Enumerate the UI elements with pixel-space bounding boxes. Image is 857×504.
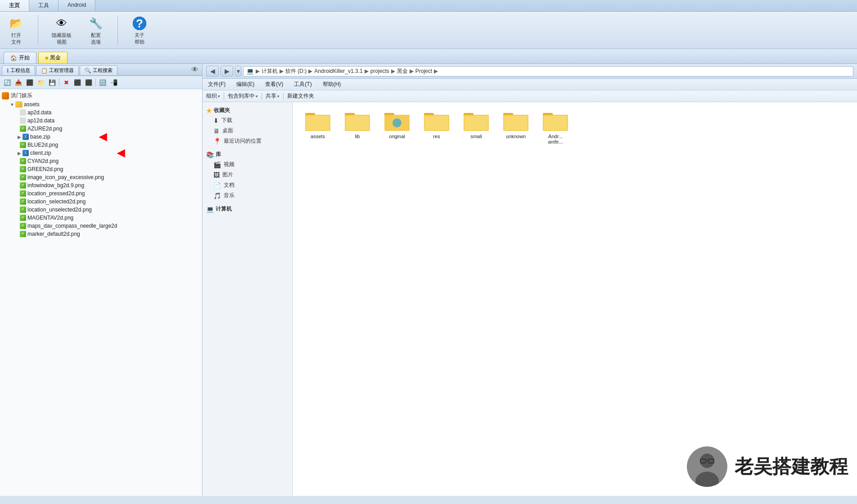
tree-item-green2d[interactable]: P GREEN2d.png	[0, 165, 202, 173]
view1-btn[interactable]: ⬛	[72, 77, 83, 87]
tree-item-base-zip[interactable]: ▶ Z base.zip ◀	[0, 133, 202, 141]
about-label: 关于	[135, 32, 144, 38]
tree-label-blue2d: BLUE2d.png	[27, 142, 58, 148]
action-organize[interactable]: 组织 ▾	[206, 92, 220, 100]
sidebar-desktop[interactable]: 🖥 桌面	[204, 126, 290, 136]
panel-toolbar-sep-2	[95, 78, 96, 86]
new-folder-label: 新建文件夹	[287, 92, 314, 100]
hide-panel-button[interactable]: 👁 隐藏面板 视图	[47, 14, 76, 47]
action-new-folder[interactable]: 新建文件夹	[287, 92, 314, 100]
tree-item-location-selected[interactable]: P location_selected2d.png	[0, 198, 202, 206]
tree-item-image-icon[interactable]: P image_icon_pay_excessive.png	[0, 173, 202, 181]
folder-item-assets[interactable]: assets	[300, 109, 336, 146]
folder-item-android-manifest[interactable]: Andr...anife...	[537, 109, 573, 146]
project-info-label: 工程信息	[10, 67, 30, 74]
menu-edit[interactable]: 编辑(E)	[235, 80, 256, 89]
app-tab-heijin[interactable]: ■ 黑金	[38, 52, 68, 63]
tree-label-clientzip: client.zip	[30, 150, 51, 156]
panel-tab-project-search[interactable]: 🔍 工程搜索	[80, 65, 117, 75]
arrow-basezip: ◀	[99, 131, 107, 143]
folder-item-lib[interactable]: lib	[339, 109, 375, 146]
address-path[interactable]: 💻 ▶ 计算机 ▶ 软件 (D:) ▶ AndroidKiller_v1.3.1…	[243, 66, 853, 76]
folder-item-smali[interactable]: smali	[458, 109, 494, 146]
sidebar-picture[interactable]: 🖼 图片	[204, 170, 290, 180]
sidebar-document[interactable]: 📄 文档	[204, 180, 290, 190]
sidebar-recent[interactable]: 📍 最近访问的位置	[204, 136, 290, 146]
path-project: Project	[415, 68, 432, 74]
tree-area[interactable]: 洪门娱乐 ▼ assets ap2d.data ap12d.data P AZU…	[0, 89, 202, 496]
menu-file[interactable]: 文件(F)	[206, 80, 227, 89]
music-icon: 🎵	[213, 192, 221, 199]
save-btn[interactable]: 💾	[47, 77, 58, 87]
delete-btn[interactable]: ✖	[61, 77, 72, 87]
svg-rect-28	[544, 116, 567, 130]
include-library-arrow: ▾	[256, 94, 258, 99]
folder-item-unknown[interactable]: unknown	[498, 109, 534, 146]
tree-item-maps-dav[interactable]: P maps_dav_compass_needle_large2d	[0, 222, 202, 230]
address-icon: 💻	[246, 68, 254, 75]
home-tab-icon: 🏠	[10, 55, 17, 61]
sidebar-download[interactable]: ⬇ 下载	[204, 115, 290, 126]
action-share[interactable]: 共享 ▾	[266, 92, 280, 100]
tree-item-location-pressed[interactable]: P location_pressed2d.png	[0, 189, 202, 198]
document-label: 文档	[224, 181, 235, 189]
tree-root[interactable]: 洪门娱乐	[0, 91, 202, 100]
toolbar-tab-android[interactable]: Android	[59, 0, 95, 11]
about-button[interactable]: ? 关于 帮助	[127, 14, 152, 47]
config-button[interactable]: 🔧 配置 选项	[83, 14, 108, 47]
toggle-assets[interactable]: ▼	[9, 102, 15, 107]
menu-view[interactable]: 查看(V)	[263, 80, 285, 89]
explorer-toolbar: 组织 ▾ 包含到库中 ▾ 共享 ▾ 新建文件夹	[203, 90, 857, 102]
toggle-clientzip[interactable]: ▶	[16, 151, 23, 156]
panel-tab-project-info[interactable]: ℹ 工程信息	[2, 65, 35, 75]
tree-item-client-zip[interactable]: ▶ Z client.zip ◀	[0, 149, 202, 157]
config-label: 配置	[91, 32, 101, 38]
folder-btn[interactable]: 📁	[36, 77, 46, 87]
config-icon: 🔧	[88, 15, 104, 32]
toolbar-sep-2	[117, 15, 118, 45]
tree-item-ap2d[interactable]: ap2d.data	[0, 108, 202, 117]
sidebar-video[interactable]: 🎬 视频	[204, 159, 290, 170]
visibility-toggle[interactable]: 👁	[191, 66, 198, 74]
tree-item-cyan2d[interactable]: P CYAN2d.png	[0, 157, 202, 165]
toggle-basezip[interactable]: ▶	[16, 135, 23, 140]
library-icon: 📚	[206, 151, 214, 158]
sidebar-music[interactable]: 🎵 音乐	[204, 190, 290, 201]
panel-header: ℹ 工程信息 📋 工程管理器 🔍 工程搜索 👁	[0, 64, 202, 76]
app-tab-home[interactable]: 🏠 开始	[4, 52, 36, 63]
open-button[interactable]: 📂 打开 文件	[4, 14, 29, 47]
text-btn[interactable]: 🔠	[97, 77, 108, 87]
toolbar-tab-homepage[interactable]: 主页	[0, 0, 29, 11]
sidebar-favorites: ★ 收藏夹 ⬇ 下载 🖥 桌面 📍 最近访问的位置	[204, 106, 290, 146]
nav-back-button[interactable]: ◀	[206, 66, 219, 76]
tree-item-location-unselected[interactable]: P location_unselected2d.png	[0, 206, 202, 214]
refresh-btn[interactable]: 🔄	[2, 77, 13, 87]
library-header[interactable]: 📚 库	[204, 150, 290, 159]
folder-item-original[interactable]: original	[379, 109, 415, 146]
explorer-addressbar: ◀ ▶ ▾ 💻 ▶ 计算机 ▶ 软件 (D:) ▶ AndroidKiller_…	[203, 64, 857, 79]
import-btn[interactable]: 📥	[13, 77, 24, 87]
organize-label: 组织	[206, 92, 217, 100]
nav-dropdown-button[interactable]: ▾	[235, 66, 241, 76]
favorites-header[interactable]: ★ 收藏夹	[204, 106, 290, 115]
computer-header[interactable]: 💻 计算机	[204, 204, 290, 214]
menu-tools[interactable]: 工具(T)	[292, 80, 313, 89]
path-sep-3: ▶	[308, 68, 312, 74]
sidebar-library: 📚 库 🎬 视频 🖼 图片 📄 文档	[204, 150, 290, 201]
folder-item-res[interactable]: res	[419, 109, 455, 146]
tree-item-marker-default[interactable]: P marker_default2d.png	[0, 230, 202, 238]
panel-tab-project-manager[interactable]: 📋 工程管理器	[36, 65, 79, 75]
menu-help[interactable]: 帮助(H)	[321, 80, 343, 89]
action-include-library[interactable]: 包含到库中 ▾	[228, 92, 258, 100]
view2-btn[interactable]: ⬛	[83, 77, 94, 87]
tree-item-magenta[interactable]: P MAGENTAV2d.png	[0, 214, 202, 222]
tree-item-assets[interactable]: ▼ assets	[0, 100, 202, 108]
device-btn[interactable]: 📲	[108, 77, 119, 87]
tree-item-ap12d[interactable]: ap12d.data	[0, 117, 202, 125]
nav-forward-button[interactable]: ▶	[221, 66, 233, 76]
explorer-content: assets lib	[293, 102, 857, 496]
tree-item-infowindow[interactable]: P infowindow_bg2d.9.png	[0, 181, 202, 189]
tree-label-image-icon: image_icon_pay_excessive.png	[27, 174, 104, 180]
toolbar-tab-tools[interactable]: 工具	[29, 0, 59, 11]
stop-btn[interactable]: ⬛	[24, 77, 35, 87]
